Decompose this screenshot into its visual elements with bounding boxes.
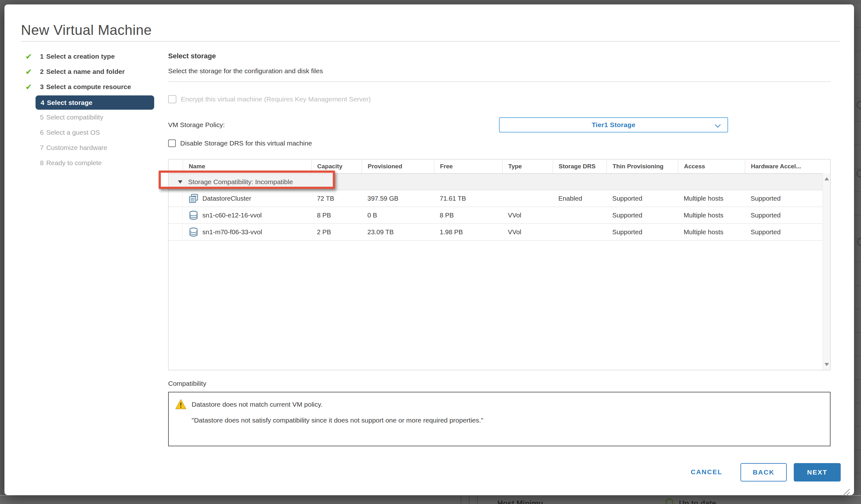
disable-drs-label: Disable Storage DRS for this virtual mac… bbox=[180, 139, 312, 147]
cell-access: Multiple hosts bbox=[678, 207, 745, 223]
datastore-icon bbox=[189, 227, 199, 237]
page-title: Select storage bbox=[168, 52, 216, 60]
status-check-icon bbox=[666, 498, 673, 504]
cell-storage-drs bbox=[552, 207, 606, 223]
cell-access: Multiple hosts bbox=[678, 190, 745, 207]
cell-free: 8 PB bbox=[434, 207, 502, 223]
backdrop-right-strip bbox=[854, 4, 861, 495]
datastore-name: DatastoreCluster bbox=[202, 195, 251, 202]
back-button[interactable]: BACK bbox=[740, 463, 787, 481]
cell-capacity: 8 PB bbox=[311, 207, 362, 223]
datastore-icon bbox=[189, 210, 199, 220]
backdrop-gridline bbox=[461, 496, 461, 504]
table-scrollbar[interactable] bbox=[823, 173, 830, 370]
datastore-name: sn1-c60-e12-16-vvol bbox=[202, 211, 262, 219]
column-expand bbox=[168, 159, 183, 173]
datastore-name: sn1-m70-f06-33-vvol bbox=[202, 228, 262, 236]
table-row[interactable]: DatastoreCluster 72 TB 397.59 GB 71.61 T… bbox=[168, 190, 830, 207]
encrypt-vm-row: Encrypt this virtual machine (Requires K… bbox=[168, 95, 371, 103]
next-button[interactable]: NEXT bbox=[794, 463, 841, 481]
encrypt-vm-checkbox bbox=[168, 95, 176, 103]
backdrop-host-text: Host Minimu bbox=[497, 499, 543, 504]
page-subtitle: Select the storage for the configuration… bbox=[168, 67, 323, 75]
cell-storage-drs: Enabled bbox=[552, 190, 606, 207]
cell-provisioned: 23.09 TB bbox=[362, 224, 434, 240]
column-provisioned[interactable]: Provisioned bbox=[362, 159, 434, 173]
column-hardware-accel[interactable]: Hardware Accel... bbox=[745, 159, 830, 173]
compat-warning-detail: "Datastore does not satisfy compatibilit… bbox=[192, 417, 483, 424]
vm-storage-policy-select[interactable]: Tier1 Storage bbox=[499, 117, 728, 132]
column-storage-drs[interactable]: Storage DRS bbox=[552, 159, 606, 173]
scroll-up-icon[interactable] bbox=[824, 177, 829, 180]
new-vm-wizard-dialog: New Virtual Machine ✔ 1Select a creation… bbox=[4, 4, 854, 495]
datastore-cluster-icon bbox=[189, 193, 199, 204]
chevron-down-icon bbox=[715, 122, 721, 127]
cell-provisioned: 0 B bbox=[362, 207, 434, 223]
group-label: Storage Compatibility: Incompatible bbox=[188, 178, 293, 186]
table-row[interactable]: sn1-c60-e12-16-vvol 8 PB 0 B 8 PB VVol S… bbox=[168, 207, 830, 224]
step-8-ready-to-complete: 8Ready to complete bbox=[25, 155, 162, 170]
cell-storage-drs bbox=[552, 224, 606, 240]
cell-capacity: 72 TB bbox=[311, 190, 362, 207]
check-icon: ✔ bbox=[25, 52, 40, 61]
step-7-customize-hardware: 7Customize hardware bbox=[25, 140, 162, 155]
cell-thin-provisioning: Supported bbox=[606, 207, 678, 223]
cell-free: 1.98 PB bbox=[434, 224, 502, 240]
check-icon: ✔ bbox=[25, 82, 40, 92]
cell-free: 71.61 TB bbox=[434, 190, 502, 207]
check-icon: ✔ bbox=[25, 67, 40, 76]
cell-access: Multiple hosts bbox=[678, 224, 745, 240]
backdrop-gridline bbox=[477, 496, 478, 504]
disable-drs-checkbox[interactable] bbox=[168, 139, 176, 147]
column-capacity[interactable]: Capacity bbox=[311, 159, 362, 173]
step-1-select-creation-type[interactable]: ✔ 1Select a creation type bbox=[25, 49, 162, 64]
column-name[interactable]: Name bbox=[183, 159, 311, 173]
vm-storage-policy-value: Tier1 Storage bbox=[592, 121, 636, 129]
backdrop-gridline bbox=[469, 496, 469, 504]
cell-provisioned: 397.59 GB bbox=[362, 190, 434, 207]
cell-hardware-accel: Supported bbox=[745, 207, 830, 223]
compatibility-label: Compatibility bbox=[168, 380, 206, 387]
cell-hardware-accel: Supported bbox=[745, 224, 830, 240]
warning-icon bbox=[175, 399, 187, 409]
cell-thin-provisioning: Supported bbox=[606, 224, 678, 240]
step-5-select-compatibility: 5Select compatibility bbox=[25, 110, 162, 125]
column-thin-provisioning[interactable]: Thin Provisioning bbox=[606, 159, 678, 173]
compatibility-box: Datastore does not match current VM poli… bbox=[168, 392, 831, 446]
title-divider bbox=[21, 41, 840, 42]
step-4-select-storage[interactable]: 4Select storage bbox=[36, 95, 154, 110]
cell-type bbox=[502, 190, 552, 207]
step-6-select-guest-os: 6Select a guest OS bbox=[25, 125, 162, 140]
scroll-down-icon[interactable] bbox=[824, 363, 829, 366]
step-2-select-name-folder[interactable]: ✔ 2Select a name and folder bbox=[25, 64, 162, 79]
backdrop-bottom-strip: Host Minimu Up to date bbox=[0, 495, 861, 504]
datastore-table: Name Capacity Provisioned Free Type Stor… bbox=[168, 159, 831, 370]
cancel-button[interactable]: CANCEL bbox=[679, 462, 734, 481]
column-free[interactable]: Free bbox=[434, 159, 502, 173]
backdrop-status-text: Up to date bbox=[679, 499, 716, 504]
content-divider bbox=[168, 82, 831, 82]
table-row[interactable]: sn1-m70-f06-33-vvol 2 PB 23.09 TB 1.98 P… bbox=[168, 224, 830, 241]
storage-compatibility-group-row[interactable]: Storage Compatibility: Incompatible bbox=[168, 174, 830, 190]
column-type[interactable]: Type bbox=[502, 159, 552, 173]
table-header-row: Name Capacity Provisioned Free Type Stor… bbox=[168, 159, 830, 174]
disable-drs-row: Disable Storage DRS for this virtual mac… bbox=[168, 139, 312, 147]
step-3-select-compute-resource[interactable]: ✔ 3Select a compute resource bbox=[25, 79, 162, 95]
vm-storage-policy-label: VM Storage Policy: bbox=[168, 121, 225, 129]
cell-capacity: 2 PB bbox=[311, 224, 362, 240]
dialog-title: New Virtual Machine bbox=[21, 22, 152, 38]
cell-type: VVol bbox=[502, 224, 552, 240]
cell-hardware-accel: Supported bbox=[745, 190, 830, 207]
screen: Host Minimu Up to date New Virtual Machi… bbox=[0, 0, 861, 504]
encrypt-vm-label: Encrypt this virtual machine (Requires K… bbox=[181, 95, 371, 103]
cell-type: VVol bbox=[502, 207, 552, 223]
resize-grip[interactable] bbox=[841, 488, 850, 496]
compat-warning-title: Datastore does not match current VM poli… bbox=[192, 401, 323, 408]
cell-thin-provisioning: Supported bbox=[606, 190, 678, 207]
group-expand-caret-icon bbox=[178, 180, 182, 183]
column-access[interactable]: Access bbox=[678, 159, 745, 173]
